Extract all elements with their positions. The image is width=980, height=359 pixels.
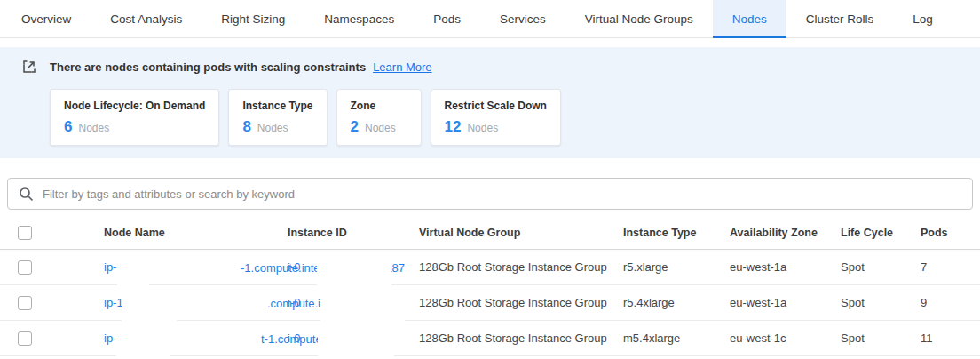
tab-cost-analysis[interactable]: Cost Analysis xyxy=(91,0,202,37)
virtual-node-group-cell: 128Gb Root Storage Instance Group xyxy=(419,321,623,355)
card-unit: Nodes xyxy=(78,122,109,134)
pods-cell: 9 xyxy=(921,285,980,320)
life-cycle-cell: Spot xyxy=(841,321,921,355)
tab-services[interactable]: Services xyxy=(480,0,565,37)
pods-cell: 11 xyxy=(921,321,980,355)
row-checkbox[interactable] xyxy=(18,331,32,346)
table-row[interactable]: ip--1.compute.internal i-0da87 128Gb Roo… xyxy=(0,250,980,285)
search-icon xyxy=(19,187,34,202)
card-unit: Nodes xyxy=(257,122,288,134)
card-unit: Nodes xyxy=(365,122,396,134)
instance-id-link[interactable]: i-0 xyxy=(288,331,300,345)
redaction-overlay xyxy=(122,290,177,322)
virtual-node-group-cell: 128Gb Root Storage Instance Group xyxy=(419,285,623,320)
col-life-cycle: Life Cycle xyxy=(841,227,921,239)
card-instance-type[interactable]: Instance Type 8 Nodes xyxy=(228,89,327,146)
redaction-overlay xyxy=(320,290,405,322)
card-title: Restrict Scale Down xyxy=(445,100,547,112)
tab-bar: Overview Cost Analysis Right Sizing Name… xyxy=(0,0,980,38)
availability-zone-cell: eu-west-1a xyxy=(730,285,841,320)
instance-type-cell: r5.xlarge xyxy=(623,250,730,284)
tab-right-sizing[interactable]: Right Sizing xyxy=(202,0,304,37)
learn-more-link[interactable]: Learn More xyxy=(373,60,431,74)
pods-cell: 7 xyxy=(921,250,980,284)
instance-type-cell: r5.4xlarge xyxy=(623,285,730,320)
card-value: 8 xyxy=(242,118,250,136)
tab-overview[interactable]: Overview xyxy=(2,0,91,37)
card-zone[interactable]: Zone 2 Nodes xyxy=(336,89,422,146)
filter-search-bar[interactable] xyxy=(7,178,973,210)
card-title: Zone xyxy=(351,100,407,112)
select-all-checkbox[interactable] xyxy=(18,226,32,240)
availability-zone-cell: eu-west-1c xyxy=(730,321,841,355)
redaction-overlay xyxy=(317,254,391,286)
col-virtual-node-group: Virtual Node Group xyxy=(419,227,623,239)
search-input[interactable] xyxy=(43,187,961,201)
card-value: 6 xyxy=(64,118,72,136)
card-restrict-scale-down[interactable]: Restrict Scale Down 12 Nodes xyxy=(431,89,561,146)
col-instance-id: Instance ID xyxy=(288,227,419,239)
availability-zone-cell: eu-west-1a xyxy=(730,250,841,284)
scaling-constraints-panel: There are nodes containing pods with sca… xyxy=(0,47,980,158)
constraint-cards: Node Lifecycle: On Demand 6 Nodes Instan… xyxy=(50,89,980,146)
tab-virtual-node-groups[interactable]: Virtual Node Groups xyxy=(565,0,713,37)
node-name-link[interactable]: ip- xyxy=(104,331,116,345)
card-unit: Nodes xyxy=(467,122,498,134)
table-header: Node Name Instance ID Virtual Node Group… xyxy=(0,217,980,250)
tab-pods[interactable]: Pods xyxy=(414,0,480,37)
life-cycle-cell: Spot xyxy=(841,250,921,284)
row-checkbox[interactable] xyxy=(18,296,32,310)
table-row[interactable]: ip-1.compute.internal i-0 128Gb Root Sto… xyxy=(0,285,980,321)
table-row[interactable]: ip-t-1.compute.internal i-0d 128Gb Root … xyxy=(0,321,980,356)
redaction-overlay xyxy=(116,325,170,357)
card-title: Instance Type xyxy=(242,100,312,112)
row-checkbox[interactable] xyxy=(18,260,32,275)
card-value: 12 xyxy=(445,118,462,136)
node-name-link[interactable]: ip- xyxy=(104,260,116,274)
tab-cluster-rolls[interactable]: Cluster Rolls xyxy=(786,0,894,37)
card-node-lifecycle-on-demand[interactable]: Node Lifecycle: On Demand 6 Nodes xyxy=(50,89,219,146)
redaction-overlay xyxy=(318,325,394,357)
virtual-node-group-cell: 128Gb Root Storage Instance Group xyxy=(419,250,623,284)
banner-message: There are nodes containing pods with sca… xyxy=(50,60,366,74)
card-value: 2 xyxy=(351,118,359,136)
instance-type-cell: m5.4xlarge xyxy=(623,321,730,355)
tab-namespaces[interactable]: Namespaces xyxy=(304,0,414,37)
table-body: ip--1.compute.internal i-0da87 128Gb Roo… xyxy=(0,250,980,356)
col-instance-type: Instance Type xyxy=(623,227,730,239)
tab-log[interactable]: Log xyxy=(893,0,952,37)
col-node-name: Node Name xyxy=(90,227,288,239)
scale-out-icon xyxy=(21,59,37,75)
tab-nodes[interactable]: Nodes xyxy=(713,0,786,37)
card-title: Node Lifecycle: On Demand xyxy=(64,100,205,112)
node-name-link[interactable]: ip-1 xyxy=(104,296,123,309)
redaction-overlay xyxy=(117,254,149,286)
col-availability-zone: Availability Zone xyxy=(730,227,841,239)
instance-id-link[interactable]: i-0 xyxy=(288,296,300,309)
life-cycle-cell: Spot xyxy=(841,285,921,320)
col-pods: Pods xyxy=(921,227,980,239)
instance-id-link[interactable]: i-0 xyxy=(288,260,300,274)
constraints-banner: There are nodes containing pods with sca… xyxy=(0,59,980,75)
